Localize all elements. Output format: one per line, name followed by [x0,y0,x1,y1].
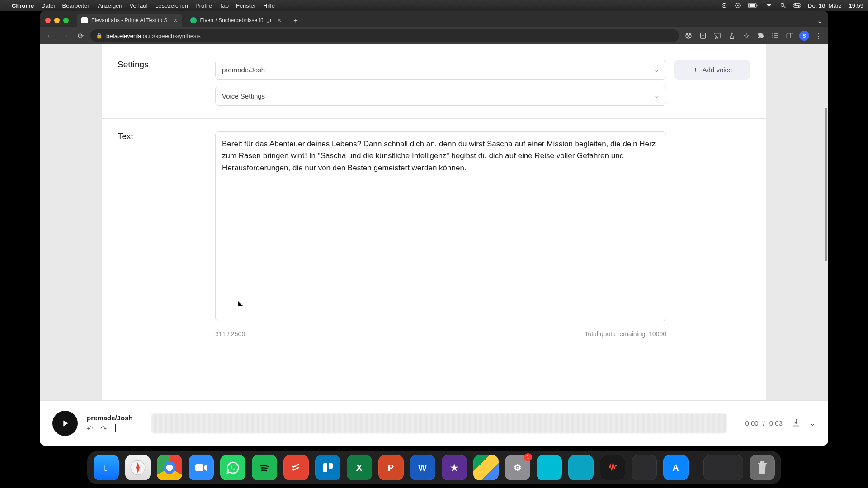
dock-app-zoom[interactable] [189,455,214,480]
control-center-icon[interactable] [793,3,801,8]
menu-tab[interactable]: Tab [219,2,229,9]
spotlight-icon[interactable] [780,2,786,9]
share-icon[interactable] [727,31,737,41]
close-tab-icon[interactable]: ✕ [277,17,282,23]
forward-button[interactable]: → [60,30,71,41]
menubar-app[interactable]: Chrome [12,2,34,9]
dock-app-imovie[interactable]: ★ [442,455,467,480]
lock-icon: 🔒 [96,33,103,39]
dock-app-appstore[interactable]: A [663,455,689,480]
text-input[interactable] [215,131,666,321]
url-host: beta.elevenlabs.io [106,33,154,39]
minimize-window-button[interactable] [54,18,60,23]
sidepanel-icon[interactable] [785,31,795,41]
browser-toolbar: ← → ⟳ 🔒 beta.elevenlabs.io/speech-synthe… [40,27,828,44]
menu-bookmarks[interactable]: Lesezeichen [155,2,188,9]
download-button[interactable] [792,418,801,429]
add-voice-button[interactable]: ＋ Add voice [674,60,750,80]
battery-icon[interactable] [748,3,758,8]
tab-title: Fiverr / Suchergebnisse für „tr [200,17,272,23]
menubar-date[interactable]: Do. 16. März [808,2,841,9]
dock-app-spotify[interactable] [252,455,277,480]
svg-rect-26 [195,464,203,471]
svg-marker-27 [204,464,207,471]
favicon-icon [81,17,88,23]
close-tab-icon[interactable]: ✕ [173,17,178,23]
tab-fiverr[interactable]: Fiverr / Suchergebnisse für „tr ✕ [186,14,287,27]
new-tab-button[interactable]: ＋ [290,14,302,26]
address-bar[interactable]: 🔒 beta.elevenlabs.io/speech-synthesis [90,29,679,42]
close-window-button[interactable] [45,18,51,23]
generate-button[interactable] [151,413,727,433]
menu-view[interactable]: Anzeigen [98,2,122,9]
kebab-menu-icon[interactable]: ⋮ [814,31,824,41]
dock-trash[interactable] [750,455,775,480]
dock-app-quicktime[interactable] [568,455,594,480]
dock-app-settings[interactable]: ⚙1 [505,455,530,480]
chevron-down-icon: ⌄ [654,92,660,100]
dock-app-word[interactable]: W [410,455,435,480]
scrollbar[interactable] [825,108,827,261]
tab-strip: ElevanLabs - Prime AI Text to S ✕ Fiverr… [40,11,828,27]
svg-line-8 [784,6,786,8]
dock-app-googledrive[interactable] [473,455,499,480]
dock-app-finder[interactable]: 􀙧 [94,455,119,480]
rewind-10-button[interactable]: ↶ [87,424,93,433]
dock-app-todoist[interactable] [283,455,309,480]
badge: 1 [524,453,532,461]
play-button[interactable] [52,411,78,436]
dock-widget[interactable] [703,455,743,480]
wifi-icon[interactable] [765,3,773,8]
macos-menubar: Chrome Datei Bearbeiten Anzeigen Verlauf… [0,0,868,11]
mouse-cursor-icon: ◣ [238,300,243,307]
translate-icon[interactable] [684,31,693,41]
back-button[interactable]: ← [44,30,55,41]
dock-app-empty[interactable] [632,455,657,480]
menubar-time[interactable]: 19:59 [849,2,863,9]
menu-profiles[interactable]: Profile [195,2,212,9]
menu-window[interactable]: Fenster [236,2,256,9]
add-voice-label: Add voice [703,66,732,74]
svg-marker-3 [737,5,739,7]
collapse-player-button[interactable]: ⌄ [810,419,816,427]
dock-app-whatsapp[interactable] [220,455,245,480]
install-app-icon[interactable] [698,31,708,41]
dock-separator [696,456,696,479]
record-icon[interactable] [721,2,727,9]
menu-help[interactable]: Hilfe [263,2,275,9]
svg-rect-28 [323,463,327,472]
bookmark-icon[interactable]: ☆ [741,31,751,41]
dock-app-voicememos[interactable] [600,455,625,480]
time-duration: 0:03 [769,419,783,427]
voice-select[interactable]: premade/Josh ⌄ [215,60,666,80]
dock-app-excel[interactable]: X [347,455,372,480]
quota-remaining: Total quota remaining: 10000 [585,330,666,338]
reload-button[interactable]: ⟳ [75,30,86,41]
tab-overflow-button[interactable]: ⌄ [815,14,825,27]
playback-icon[interactable] [735,2,741,9]
dock-app-chrome[interactable] [157,455,182,480]
forward-10-button[interactable]: ↷ [101,424,107,433]
svg-rect-5 [757,4,758,6]
tab-elevenlabs[interactable]: ElevanLabs - Prime AI Text to S ✕ [77,14,182,27]
cast-icon[interactable] [712,31,722,41]
voice-settings-dropdown[interactable]: Voice Settings ⌄ [215,86,666,106]
menu-file[interactable]: Datei [41,2,55,9]
dock-app-trello[interactable] [315,455,340,480]
extensions-icon[interactable] [756,31,766,41]
dock-app-generic1[interactable] [537,455,562,480]
time-current: 0:00 [745,419,758,427]
fullscreen-window-button[interactable] [63,18,69,23]
window-controls [45,18,69,23]
tab-title: ElevanLabs - Prime AI Text to S [91,17,168,23]
profile-avatar[interactable]: S [799,31,809,41]
svg-rect-20 [787,33,793,38]
progress-handle[interactable] [115,424,116,432]
page-viewport: Settings premade/Josh ⌄ Voice Settings ⌄ [40,44,828,446]
menu-history[interactable]: Verlauf [130,2,148,9]
reading-list-icon[interactable] [770,31,780,41]
menu-edit[interactable]: Bearbeiten [62,2,90,9]
settings-section: Settings premade/Josh ⌄ Voice Settings ⌄ [102,44,766,119]
dock-app-safari[interactable] [125,455,151,480]
dock-app-powerpoint[interactable]: P [378,455,404,480]
